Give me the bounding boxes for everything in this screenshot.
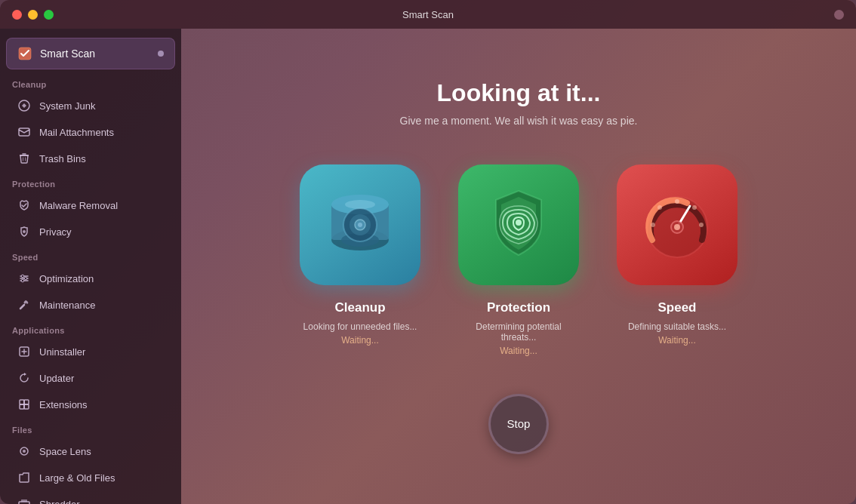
space-lens-icon xyxy=(17,444,32,459)
scan-subheading: Give me a moment. We all wish it was eas… xyxy=(400,115,638,127)
title-bar-dot xyxy=(834,10,844,20)
svg-point-8 xyxy=(24,277,27,280)
svg-point-9 xyxy=(21,279,24,282)
svg-point-3 xyxy=(23,230,26,233)
updater-label: Updater xyxy=(39,373,74,384)
scan-heading: Looking at it... xyxy=(437,79,601,107)
sidebar-item-extensions[interactable]: Extensions xyxy=(5,392,177,417)
extensions-label: Extensions xyxy=(39,399,88,410)
uninstaller-icon xyxy=(17,344,32,359)
svg-point-28 xyxy=(516,220,522,226)
traffic-lights xyxy=(12,10,54,20)
scan-cards: Cleanup Looking for unneeded files... Wa… xyxy=(300,164,737,356)
sidebar-item-optimization[interactable]: Optimization xyxy=(5,266,177,291)
svg-point-31 xyxy=(692,205,697,210)
sidebar-item-smart-scan[interactable]: Smart Scan xyxy=(6,38,175,69)
section-header-speed: Speed xyxy=(0,245,181,265)
speed-card-icon xyxy=(617,164,737,285)
system-junk-label: System Junk xyxy=(39,100,95,112)
cleanup-card-status: Looking for unneeded files... xyxy=(303,321,417,332)
protection-card-name: Protection xyxy=(487,300,550,315)
title-bar: Smart Scan xyxy=(0,0,856,29)
svg-rect-13 xyxy=(20,404,24,409)
protection-card-icon xyxy=(458,164,579,285)
system-junk-icon xyxy=(17,98,32,113)
smart-scan-icon xyxy=(17,46,32,61)
minimize-button[interactable] xyxy=(28,10,38,20)
speed-card-status: Defining suitable tasks... xyxy=(628,321,726,332)
privacy-icon xyxy=(17,224,32,239)
sidebar-item-updater[interactable]: Updater xyxy=(5,365,177,391)
svg-point-33 xyxy=(657,205,662,210)
extensions-icon xyxy=(17,397,32,412)
sidebar-item-shredder[interactable]: Shredder xyxy=(5,491,177,504)
window-title: Smart Scan xyxy=(402,9,454,20)
svg-point-26 xyxy=(358,223,362,227)
maximize-button[interactable] xyxy=(44,10,54,20)
optimization-icon xyxy=(17,271,32,286)
scan-card-speed: Speed Defining suitable tasks... Waiting… xyxy=(617,164,737,346)
maintenance-label: Maintenance xyxy=(39,300,95,311)
svg-rect-12 xyxy=(24,400,29,404)
mail-attachments-icon xyxy=(17,124,32,140)
stop-button[interactable]: Stop xyxy=(488,394,549,454)
svg-point-30 xyxy=(675,199,679,204)
large-old-files-label: Large & Old Files xyxy=(39,472,115,484)
malware-removal-label: Malware Removal xyxy=(39,200,118,211)
trash-bins-icon xyxy=(17,151,32,166)
svg-point-7 xyxy=(21,275,24,278)
svg-rect-14 xyxy=(24,404,29,409)
trash-bins-label: Trash Bins xyxy=(39,153,86,164)
speed-card-waiting: Waiting... xyxy=(658,335,696,346)
scan-card-protection: Protection Determining potential threats… xyxy=(458,164,579,356)
svg-point-32 xyxy=(699,223,704,227)
section-header-protection: Protection xyxy=(0,172,181,192)
sidebar-item-system-junk[interactable]: System Junk xyxy=(5,93,177,118)
cleanup-card-icon xyxy=(300,164,420,285)
section-header-files: Files xyxy=(0,418,181,438)
right-panel: Looking at it... Give me a moment. We al… xyxy=(181,29,856,504)
sidebar: Smart Scan Cleanup System Junk xyxy=(0,29,181,504)
svg-rect-11 xyxy=(20,400,24,404)
protection-card-status: Determining potential threats... xyxy=(458,321,579,343)
sidebar-item-uninstaller[interactable]: Uninstaller xyxy=(5,339,177,364)
mail-attachments-label: Mail Attachments xyxy=(39,127,114,138)
shredder-icon xyxy=(17,496,32,504)
sidebar-item-mail-attachments[interactable]: Mail Attachments xyxy=(5,119,177,145)
smart-scan-active-dot xyxy=(158,51,164,57)
close-button[interactable] xyxy=(12,10,22,20)
svg-point-27 xyxy=(345,200,375,209)
large-old-files-icon xyxy=(17,470,32,485)
space-lens-label: Space Lens xyxy=(39,446,91,457)
maintenance-icon xyxy=(17,297,32,312)
svg-point-34 xyxy=(651,223,655,227)
app-window: Smart Scan Smart Scan Cleanup xyxy=(0,0,856,504)
section-header-applications: Applications xyxy=(0,318,181,338)
cleanup-card-name: Cleanup xyxy=(334,300,385,315)
sidebar-item-space-lens[interactable]: Space Lens xyxy=(5,438,177,464)
svg-rect-18 xyxy=(21,499,27,502)
optimization-label: Optimization xyxy=(39,273,94,284)
svg-point-16 xyxy=(23,450,26,453)
svg-point-37 xyxy=(674,224,680,230)
sidebar-item-privacy[interactable]: Privacy xyxy=(5,219,177,244)
updater-icon xyxy=(17,370,32,386)
sidebar-item-trash-bins[interactable]: Trash Bins xyxy=(5,146,177,171)
malware-removal-icon xyxy=(17,198,32,213)
scan-card-cleanup: Cleanup Looking for unneeded files... Wa… xyxy=(300,164,420,346)
svg-rect-2 xyxy=(19,128,29,136)
uninstaller-label: Uninstaller xyxy=(39,346,85,358)
sidebar-item-malware-removal[interactable]: Malware Removal xyxy=(5,192,177,218)
privacy-label: Privacy xyxy=(39,226,72,238)
shredder-label: Shredder xyxy=(39,499,79,505)
sidebar-item-large-old-files[interactable]: Large & Old Files xyxy=(5,465,177,490)
smart-scan-label: Smart Scan xyxy=(40,48,158,60)
section-header-cleanup: Cleanup xyxy=(0,72,181,92)
protection-card-waiting: Waiting... xyxy=(500,346,537,356)
main-content: Smart Scan Cleanup System Junk xyxy=(0,29,856,504)
cleanup-card-waiting: Waiting... xyxy=(341,335,379,346)
sidebar-item-maintenance[interactable]: Maintenance xyxy=(5,292,177,318)
speed-card-name: Speed xyxy=(657,300,696,315)
